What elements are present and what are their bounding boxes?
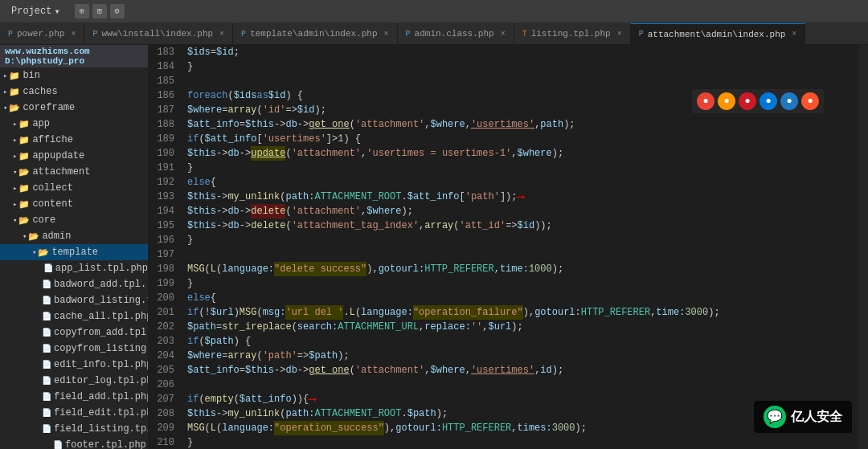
line-number-202: 202	[149, 320, 174, 334]
sidebar-item-badword-listing-tpl---[interactable]: 📄badword_listing.tpl...	[0, 292, 148, 308]
folder-icon: 📁	[18, 119, 30, 129]
folder-icon: 📂	[9, 103, 20, 113]
firefox-icon[interactable]: ●	[718, 92, 735, 110]
code-line-205: $att_info = $this->db->get_one('attachme…	[187, 363, 858, 378]
sidebar-item-attachment[interactable]: ▾📂attachment	[0, 164, 148, 180]
sidebar-label: template	[51, 247, 98, 258]
sidebar-label: caches	[23, 86, 57, 97]
sidebar-label: app	[32, 118, 50, 129]
code-line-209: MSG(L( language: "operation_success"), g…	[187, 421, 858, 435]
opera-icon[interactable]: ●	[739, 92, 756, 110]
code-line-196: }	[187, 233, 858, 247]
line-number-200: 200	[149, 291, 174, 305]
folder-arrow-icon: ▾	[3, 104, 7, 112]
file-icon: 📄	[42, 376, 51, 386]
line-number-207: 207	[149, 392, 174, 406]
file-icon: 📄	[42, 328, 51, 337]
sidebar-item-app-list-tpl-php[interactable]: 📄app_list.tpl.php	[0, 260, 148, 276]
new-folder-icon[interactable]: ⊞	[92, 4, 107, 18]
line-number-184: 184	[149, 59, 174, 74]
code-line-198: MSG(L( language: "delete success"), goto…	[187, 262, 858, 276]
code-line-206	[187, 378, 858, 392]
sidebar-item-copyfrom-listing-tpl---[interactable]: 📄copyfrom_listing.tpl...	[0, 341, 148, 357]
folder-arrow-icon: ▾	[13, 216, 17, 225]
code-line-195: $this->db->delete('attachment_tag_index'…	[187, 218, 858, 233]
line-numbers: 1831841851861871881891901911921931941951…	[149, 45, 181, 449]
sidebar-item-affiche[interactable]: ▸📁affiche	[0, 132, 148, 148]
sidebar-item-field-add-tpl-php[interactable]: 📄field_add.tpl.php	[0, 389, 148, 405]
folder-icon: 📂	[18, 215, 30, 226]
sidebar-label: attachment	[32, 166, 90, 178]
sidebar-item-footer-tpl-php[interactable]: 📄footer.tpl.php	[0, 437, 148, 449]
sidebar-item-template[interactable]: ▾📂template	[0, 244, 148, 260]
line-number-201: 201	[149, 305, 174, 320]
sidebar-item-caches[interactable]: ▸📁caches	[0, 84, 148, 100]
sidebar-label: badword_listing.tpl...	[54, 295, 149, 306]
brave-icon[interactable]: ●	[801, 92, 819, 110]
site-label: www.wuzhicms.com D:\phpstudy_pro	[0, 45, 148, 67]
line-number-197: 197	[149, 247, 174, 262]
sidebar-item-field-edit-tpl-php[interactable]: 📄field_edit.tpl.php	[0, 405, 148, 421]
tab-tab-attachment[interactable]: Pattachment\admin\index.php×	[631, 23, 806, 44]
tab-tab-admin-class[interactable]: Padmin.class.php×	[398, 23, 514, 44]
code-line-184: }	[187, 59, 858, 74]
sidebar-item-appupdate[interactable]: ▸📁appupdate	[0, 148, 148, 164]
code-line-183: $ids = $id;	[187, 45, 858, 59]
sidebar-item-app[interactable]: ▸📁app	[0, 116, 148, 132]
file-icon: 📄	[42, 360, 51, 369]
sidebar-item-admin[interactable]: ▾📂admin	[0, 228, 148, 244]
folder-arrow-icon: ▾	[32, 248, 36, 257]
code-line-189: if ($att_info['usertimes'] > 1) {	[187, 132, 858, 146]
sidebar-label: coreframe	[23, 102, 75, 113]
tab-tab-listing[interactable]: Tlisting.tpl.php×	[514, 23, 631, 44]
folder-arrow-icon: ▸	[13, 120, 17, 129]
edge-icon[interactable]: ●	[760, 92, 777, 110]
line-number-193: 193	[149, 190, 174, 204]
sidebar-item-core[interactable]: ▾📂core	[0, 212, 148, 228]
main-area: www.wuzhicms.com D:\phpstudy_pro ▸📁bin▸📁…	[0, 45, 868, 449]
project-label: Project	[11, 6, 51, 17]
sidebar-item-copyfrom-add-tpl---[interactable]: 📄copyfrom_add.tpl...	[0, 325, 148, 341]
line-number-191: 191	[149, 161, 174, 175]
line-number-198: 198	[149, 262, 174, 276]
line-number-206: 206	[149, 378, 174, 392]
folder-icon: 📂	[18, 167, 30, 178]
code-line-207: if (empty($att_info)) { ⟶	[187, 392, 858, 406]
sidebar-label: badword_add.tpl...	[54, 279, 149, 290]
sidebar-item-badword-add-tpl---[interactable]: 📄badword_add.tpl...	[0, 276, 148, 292]
tab-tab-template-admin[interactable]: Ptemplate\admin\index.php×	[233, 23, 397, 44]
sidebar-label: edit_info.tpl.php	[54, 359, 149, 370]
code-line-193: $this->my_unlink( path: ATTACHMENT_ROOT …	[187, 190, 858, 204]
file-icon: 📄	[53, 440, 63, 449]
sidebar-item-editor-log-tpl-php[interactable]: 📄editor_log.tpl.php	[0, 373, 148, 389]
line-number-189: 189	[149, 132, 174, 146]
line-number-208: 208	[149, 406, 174, 421]
sidebar-item-content[interactable]: ▸📁content	[0, 196, 148, 212]
project-button[interactable]: Project ▾	[6, 4, 65, 19]
sidebar-item-collect[interactable]: ▸📁collect	[0, 180, 148, 196]
sidebar-item-coreframe[interactable]: ▾📂coreframe	[0, 100, 148, 116]
code-line-204: $where = array('path' => $path);	[187, 349, 858, 363]
sidebar-label: field_edit.tpl.php	[54, 407, 149, 418]
settings-icon[interactable]: ⚙	[110, 4, 125, 18]
ie-icon[interactable]: ●	[780, 92, 798, 110]
code-line-201: if (!$url) MSG( msg: 'url del ' . L( lan…	[187, 305, 858, 320]
code-line-202: $path = str_ireplace( search: ATTACHMENT…	[187, 320, 858, 334]
new-file-icon[interactable]: ⊕	[75, 4, 89, 18]
chrome-icon[interactable]: ●	[697, 92, 714, 110]
code-line-190: $this->db->update('attachment', 'usertim…	[187, 146, 858, 161]
file-icon: 📄	[42, 296, 51, 305]
line-number-188: 188	[149, 117, 174, 132]
file-icon: 📄	[42, 344, 51, 353]
sidebar-item-bin[interactable]: ▸📁bin	[0, 67, 148, 84]
tab-tab-install[interactable]: Pwww\install\index.php×	[84, 23, 233, 44]
right-scrollbar[interactable]	[858, 45, 868, 449]
sidebar-item-cache-all-tpl-php[interactable]: 📄cache_all.tpl.php	[0, 308, 148, 325]
line-number-209: 209	[149, 421, 174, 435]
line-number-204: 204	[149, 349, 174, 363]
tab-tab-power[interactable]: Ppower.php×	[0, 23, 84, 44]
sidebar-item-field-listing-tpl-php[interactable]: 📄field_listing.tpl.php	[0, 421, 148, 437]
sidebar-label: footer.tpl.php	[65, 439, 146, 449]
file-icon: 📄	[43, 263, 53, 273]
sidebar-item-edit-info-tpl-php[interactable]: 📄edit_info.tpl.php	[0, 357, 148, 373]
